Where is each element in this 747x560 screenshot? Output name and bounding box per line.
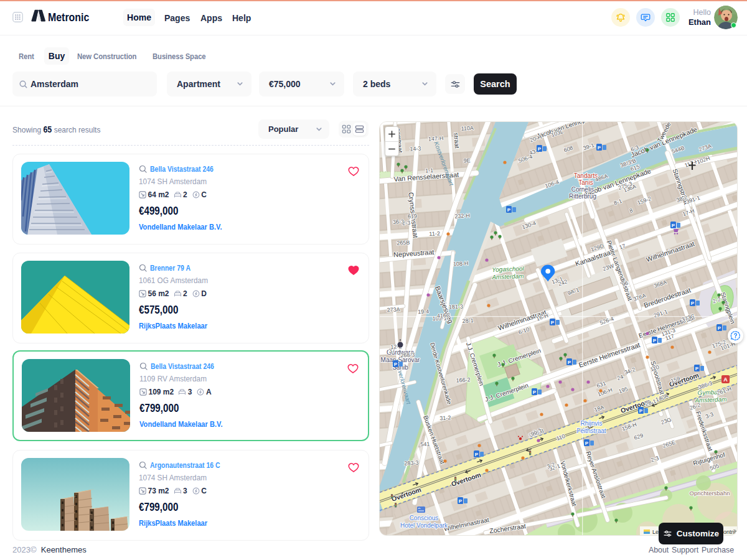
svg-text:28-1: 28-1 — [462, 317, 474, 324]
svg-text:619: 619 — [408, 213, 418, 220]
svg-text:P: P — [533, 390, 537, 395]
svg-text:166-2: 166-2 — [456, 376, 471, 383]
svg-text:Feithstraat: Feithstraat — [576, 427, 606, 434]
svg-text:P: P — [568, 360, 571, 365]
svg-text:P: P — [459, 498, 463, 504]
svg-text:P: P — [695, 366, 699, 371]
svg-text:P: P — [598, 145, 601, 151]
svg-text:31-2: 31-2 — [439, 414, 451, 421]
svg-text:P: P — [639, 408, 643, 414]
svg-text:P: P — [691, 301, 695, 306]
svg-text:Conscious: Conscious — [410, 515, 439, 521]
svg-text:P: P — [718, 325, 721, 331]
svg-text:Oprichtersbahn: Oprichtersbahn — [690, 490, 730, 497]
svg-text:265B: 265B — [397, 240, 410, 246]
svg-text:P: P — [585, 441, 589, 446]
svg-text:Ritterbrug: Ritterbrug — [569, 193, 596, 200]
svg-text:416C: 416C — [437, 312, 451, 319]
svg-text:A: A — [723, 376, 728, 383]
svg-text:Hotel Vondelpark: Hotel Vondelpark — [400, 522, 448, 529]
svg-text:Cornelis: Cornelis — [571, 186, 594, 193]
svg-text:14-3: 14-3 — [410, 146, 421, 152]
svg-text:110A: 110A — [461, 125, 474, 132]
svg-text:232-H: 232-H — [454, 212, 470, 219]
svg-text:36-3: 36-3 — [393, 218, 405, 225]
svg-text:P: P — [394, 362, 398, 367]
svg-text:Yogaschool: Yogaschool — [492, 265, 525, 273]
svg-text:147-H: 147-H — [428, 135, 444, 142]
svg-text:108-H: 108-H — [453, 260, 469, 267]
svg-text:straat: straat — [453, 133, 461, 149]
svg-text:11-2: 11-2 — [429, 230, 440, 237]
svg-text:P: P — [672, 223, 675, 228]
svg-text:19-4: 19-4 — [418, 308, 430, 315]
svg-text:P: P — [538, 146, 542, 152]
svg-text:273A: 273A — [387, 306, 400, 313]
svg-text:P: P — [551, 320, 555, 325]
svg-text:Tanis: Tanis — [578, 179, 593, 186]
svg-text:9E: 9E — [463, 157, 471, 164]
svg-text:P: P — [507, 207, 511, 213]
svg-text:181-3: 181-3 — [449, 303, 464, 310]
svg-text:P: P — [475, 452, 479, 457]
svg-text:Amsterdam: Amsterdam — [491, 273, 524, 281]
svg-text:1-1: 1-1 — [425, 167, 434, 174]
svg-text:541: 541 — [420, 441, 430, 447]
svg-text:268-3: 268-3 — [400, 352, 415, 358]
svg-text:P: P — [653, 338, 657, 343]
svg-text:283-3: 283-3 — [404, 459, 419, 466]
svg-text:Rhijnvis: Rhijnvis — [580, 420, 602, 427]
